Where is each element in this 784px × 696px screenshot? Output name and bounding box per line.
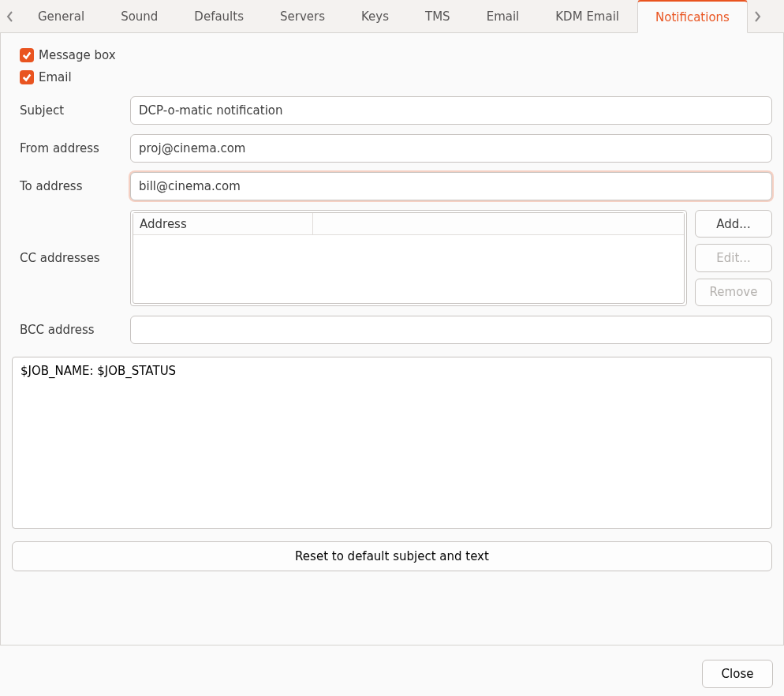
notifications-panel: Message box Email Subject From address T… bbox=[0, 33, 784, 645]
cc-label: CC addresses bbox=[12, 251, 122, 265]
cc-remove-button[interactable]: Remove bbox=[695, 279, 772, 306]
to-label: To address bbox=[12, 179, 122, 193]
cc-edit-button[interactable]: Edit... bbox=[695, 244, 772, 271]
reset-button[interactable]: Reset to default subject and text bbox=[12, 541, 772, 571]
tab-notifications[interactable]: Notifications bbox=[637, 0, 748, 33]
tab-label: Email bbox=[487, 9, 520, 24]
cc-buttons: Add... Edit... Remove bbox=[695, 210, 772, 306]
tab-label: Notifications bbox=[655, 10, 730, 24]
cc-address-list[interactable]: Address bbox=[130, 210, 687, 306]
close-button[interactable]: Close bbox=[702, 660, 773, 688]
dialog-footer: Close bbox=[0, 652, 784, 696]
subject-label: Subject bbox=[12, 103, 122, 118]
checkmark-icon bbox=[22, 73, 32, 82]
checkbox-email[interactable] bbox=[20, 70, 34, 84]
tab-general[interactable]: General bbox=[20, 0, 103, 32]
tab-label: Sound bbox=[121, 9, 158, 24]
tab-label: TMS bbox=[425, 9, 450, 24]
email-form: Subject From address To address CC addre… bbox=[12, 96, 772, 344]
cc-add-button[interactable]: Add... bbox=[695, 210, 772, 238]
tab-kdm-email[interactable]: KDM Email bbox=[537, 0, 637, 32]
tab-label: KDM Email bbox=[555, 9, 619, 24]
checkbox-email-label: Email bbox=[39, 70, 72, 84]
tab-email[interactable]: Email bbox=[469, 0, 538, 32]
checkbox-email-row: Email bbox=[20, 66, 772, 88]
checkbox-message-box[interactable] bbox=[20, 48, 34, 62]
tab-bar: General Sound Defaults Servers Keys TMS … bbox=[0, 0, 784, 33]
tab-sound[interactable]: Sound bbox=[103, 0, 176, 32]
cc-header-address: Address bbox=[140, 213, 313, 234]
tab-label: Servers bbox=[280, 9, 325, 24]
email-body-textarea[interactable] bbox=[12, 357, 772, 529]
checkbox-message-box-label: Message box bbox=[39, 48, 116, 62]
tab-scroll-right[interactable] bbox=[748, 0, 767, 32]
tab-servers[interactable]: Servers bbox=[262, 0, 343, 32]
cc-list-header: Address bbox=[133, 213, 684, 235]
chevron-left-icon bbox=[6, 11, 14, 22]
tab-tms[interactable]: TMS bbox=[407, 0, 469, 32]
tab-label: Keys bbox=[361, 9, 389, 24]
tab-label: General bbox=[38, 9, 84, 24]
to-address-input[interactable] bbox=[130, 172, 772, 200]
tab-label: Defaults bbox=[194, 9, 244, 24]
subject-input[interactable] bbox=[130, 96, 772, 125]
tab-defaults[interactable]: Defaults bbox=[176, 0, 262, 32]
preferences-window: General Sound Defaults Servers Keys TMS … bbox=[0, 0, 784, 696]
checkmark-icon bbox=[22, 51, 32, 60]
tab-keys[interactable]: Keys bbox=[343, 0, 407, 32]
bcc-label: BCC address bbox=[12, 323, 122, 337]
bcc-address-input[interactable] bbox=[130, 316, 772, 344]
from-address-input[interactable] bbox=[130, 134, 772, 163]
from-label: From address bbox=[12, 141, 122, 155]
cc-area: Address Add... Edit... Remove bbox=[130, 210, 772, 306]
checkbox-message-box-row: Message box bbox=[20, 44, 772, 66]
tab-scroll-left[interactable] bbox=[0, 0, 20, 32]
chevron-right-icon bbox=[753, 11, 761, 22]
